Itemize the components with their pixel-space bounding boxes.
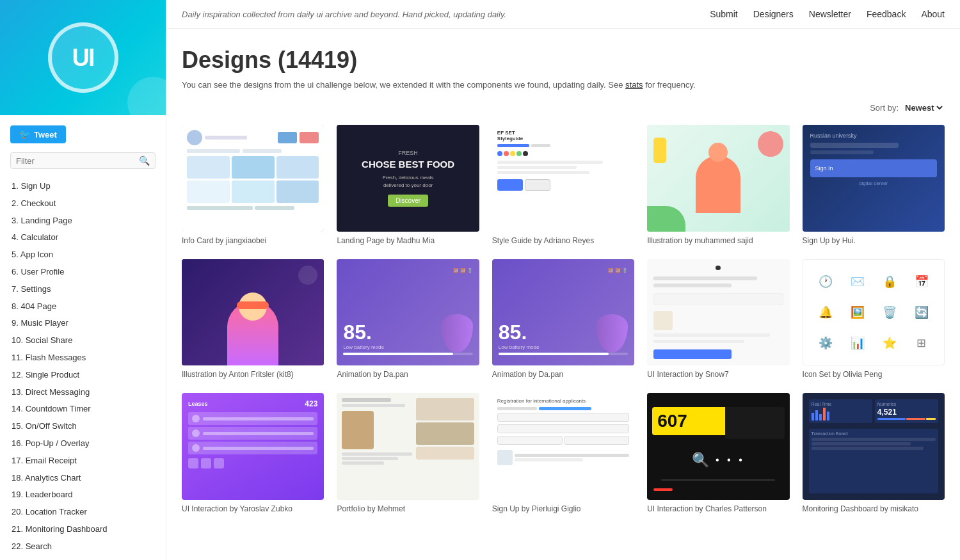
icon-refresh: 🔄	[908, 305, 935, 319]
card-10-label: Icon Set by Olivia Peng	[803, 369, 945, 380]
icon-grid: ⊞	[908, 336, 935, 350]
card-11-thumb: Leases 423	[182, 393, 324, 500]
sidebar-item-6[interactable]: 6. User Profile	[10, 264, 156, 281]
nav-link-about[interactable]: About	[921, 9, 945, 19]
top-nav-links: SubmitDesignersNewsletterFeedbackAbout	[710, 9, 945, 19]
sidebar-item-15[interactable]: 15. On/Off Switch	[10, 418, 156, 435]
card-5-label: Sign Up by Hui.	[803, 236, 945, 246]
sidebar-content: 🐦 Tweet 🔍 1. Sign Up2. Checkout3. Landin…	[0, 115, 166, 560]
card-1[interactable]: Info Card by jiangxiaobei	[182, 125, 324, 246]
card-2[interactable]: FRESH CHOSE BEST FOOD Fresh, delicious m…	[337, 125, 479, 246]
card-8[interactable]: 📶 📶 🔋 85. Low battery mode Animation by …	[492, 259, 634, 381]
logo-text: UI	[72, 44, 94, 72]
card-8-thumb: 📶 📶 🔋 85. Low battery mode	[492, 259, 634, 366]
sidebar-item-9[interactable]: 9. Music Player	[10, 315, 156, 332]
nav-link-newsletter[interactable]: Newsletter	[809, 9, 851, 19]
tweet-label: Tweet	[34, 130, 57, 140]
sidebar-item-8[interactable]: 8. 404 Page	[10, 298, 156, 316]
logo-circle: UI	[48, 22, 118, 93]
designs-grid: Info Card by jiangxiaobei FRESH CHOSE BE…	[182, 125, 945, 515]
card-14-thumb: 607 🔍 • • •	[647, 393, 789, 500]
sidebar-item-23[interactable]: 23. Onboarding	[10, 556, 156, 560]
twitter-icon: 🐦	[19, 129, 30, 140]
card-4-thumb	[647, 125, 789, 232]
nav-link-feedback[interactable]: Feedback	[867, 9, 906, 19]
card-2-label: Landing Page by Madhu Mia	[337, 236, 479, 246]
sidebar-item-5[interactable]: 5. App Icon	[10, 246, 156, 264]
card-9[interactable]: UI Interaction by Snow7	[647, 259, 789, 381]
icon-clock: 🕐	[812, 275, 839, 289]
sidebar-item-16[interactable]: 16. Pop-Up / Overlay	[10, 435, 156, 452]
icon-trash: 🗑️	[876, 305, 903, 319]
sidebar-item-7[interactable]: 7. Settings	[10, 281, 156, 298]
card-15-label: Monitoring Dashboard by misikato	[803, 504, 945, 515]
card-10-thumb: 🕐 ✉️ 🔒 📅 🔔 🖼️ 🗑️ 🔄 ⚙️ 📊 ⭐ ⊞	[803, 259, 945, 366]
card-7-label: Animation by Da.pan	[337, 369, 479, 380]
card-8-label: Animation by Da.pan	[492, 369, 634, 380]
icon-settings: ⚙️	[812, 336, 839, 350]
sidebar-item-2[interactable]: 2. Checkout	[10, 195, 156, 212]
sidebar-item-4[interactable]: 4. Calculator	[10, 229, 156, 246]
card-1-label: Info Card by jiangxiaobei	[182, 236, 324, 246]
icon-email: ✉️	[844, 275, 871, 289]
card-12-label: Portfolio by Mehmet	[337, 504, 479, 515]
card-1-thumb	[182, 125, 324, 232]
sort-bar: Sort by: Newest	[182, 102, 945, 113]
card-14-label: UI Interaction by Charles Patterson	[647, 504, 789, 515]
sidebar-item-12[interactable]: 12. Single Product	[10, 367, 156, 384]
icon-bell: 🔔	[812, 305, 839, 319]
card-13-label: Sign Up by Pierluigi Giglio	[492, 504, 634, 515]
sidebar-item-1[interactable]: 1. Sign Up	[10, 178, 156, 195]
stats-link[interactable]: stats	[625, 80, 643, 90]
subtitle-text: You can see the designs from the ui chal…	[182, 80, 623, 90]
sidebar-item-11[interactable]: 11. Flash Messages	[10, 349, 156, 367]
card-9-label: UI Interaction by Snow7	[647, 369, 789, 380]
filter-box[interactable]: 🔍	[10, 152, 156, 169]
sidebar-item-19[interactable]: 19. Leaderboard	[10, 486, 156, 504]
page-title: Designs (14419)	[182, 47, 945, 74]
sort-label: Sort by:	[870, 103, 899, 113]
content-area: Designs (14419) You can see the designs …	[166, 29, 960, 560]
nav-link-designers[interactable]: Designers	[753, 9, 794, 19]
icon-star: ⭐	[876, 336, 903, 350]
card-3-thumb: EF SETStyleguide	[492, 125, 634, 232]
card-4[interactable]: Illustration by muhammed sajid	[647, 125, 789, 246]
sidebar-item-14[interactable]: 14. Countdown Timer	[10, 401, 156, 418]
card-15[interactable]: Real Time Numerics	[803, 393, 945, 515]
card-9-thumb	[647, 259, 789, 366]
sidebar-item-10[interactable]: 10. Social Share	[10, 332, 156, 349]
card-15-thumb: Real Time Numerics	[803, 393, 945, 500]
card-5-thumb: Russian university Sign In digital cente…	[803, 125, 945, 232]
icon-chart: 📊	[844, 336, 871, 350]
card-14[interactable]: 607 🔍 • • • UI Interaction by Charles Pa…	[647, 393, 789, 515]
card-3[interactable]: EF SETStyleguide	[492, 125, 634, 246]
card-10[interactable]: 🕐 ✉️ 🔒 📅 🔔 🖼️ 🗑️ 🔄 ⚙️ 📊 ⭐ ⊞ Icon	[803, 259, 945, 381]
sidebar-item-17[interactable]: 17. Email Receipt	[10, 452, 156, 470]
sidebar-item-3[interactable]: 3. Landing Page	[10, 212, 156, 230]
card-6-label: Illustration by Anton Fritsler (kit8)	[182, 369, 324, 380]
tagline: Daily inspiration collected from daily u…	[182, 10, 506, 19]
filter-input[interactable]	[16, 156, 139, 166]
card-7-thumb: 📶 📶 🔋 85. Low battery mode	[337, 259, 479, 366]
sidebar-item-21[interactable]: 21. Monitoring Dashboard	[10, 521, 156, 538]
sidebar-item-20[interactable]: 20. Location Tracker	[10, 504, 156, 521]
icon-image: 🖼️	[844, 305, 871, 319]
nav-list: 1. Sign Up2. Checkout3. Landing Page4. C…	[10, 178, 156, 560]
top-nav: Daily inspiration collected from daily u…	[166, 0, 960, 29]
card-3-label: Style Guide by Adriano Reyes	[492, 236, 634, 246]
card-12[interactable]: Portfolio by Mehmet	[337, 393, 479, 515]
search-icon: 🔍	[139, 156, 150, 166]
card-5[interactable]: Russian university Sign In digital cente…	[803, 125, 945, 246]
card-13[interactable]: Registration for international applicant…	[492, 393, 634, 515]
tweet-button[interactable]: 🐦 Tweet	[10, 125, 66, 143]
sidebar-item-13[interactable]: 13. Direct Messaging	[10, 384, 156, 401]
subtitle: You can see the designs from the ui chal…	[182, 80, 945, 90]
nav-link-submit[interactable]: Submit	[710, 9, 738, 19]
sort-select[interactable]: Newest	[902, 102, 945, 113]
card-6[interactable]: Illustration by Anton Fritsler (kit8)	[182, 259, 324, 381]
subtitle-suffix: for frequency.	[645, 80, 696, 90]
card-11[interactable]: Leases 423	[182, 393, 324, 515]
card-7[interactable]: 📶 📶 🔋 85. Low battery mode Animation by …	[337, 259, 479, 381]
sidebar-item-22[interactable]: 22. Search	[10, 538, 156, 556]
sidebar-item-18[interactable]: 18. Analytics Chart	[10, 470, 156, 487]
